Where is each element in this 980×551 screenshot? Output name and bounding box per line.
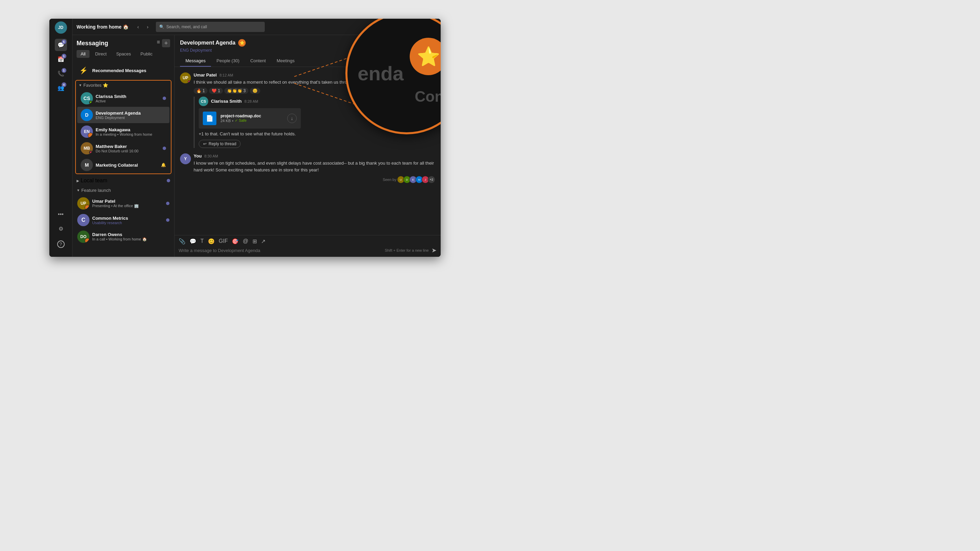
seen-by: Seen by U D E M J +2 — [180, 176, 435, 183]
secondary-status — [85, 205, 89, 210]
star-button[interactable]: ⭐ — [238, 39, 246, 47]
contact-status: In a call • Working from home 🏠 — [92, 237, 169, 241]
chat-bubble-icon[interactable]: 💬 — [189, 238, 196, 245]
file-info: project-roadmap.doc 24 KB • ✓ Safe — [221, 114, 283, 123]
nav-next-button[interactable]: › — [143, 23, 152, 31]
seen-avatars: U D E M J +2 — [398, 176, 435, 183]
unread-indicator — [163, 97, 166, 100]
reaction-heart[interactable]: ❤️ 1 — [209, 88, 223, 94]
messaging-title: Messaging — [76, 40, 108, 47]
file-icon: 📄 — [203, 111, 216, 125]
left-rail: JD 💬 5 📅 1 📞 1 👥 4 ••• ⚙ ? — [49, 19, 73, 257]
filter-icon[interactable]: ≡ — [157, 39, 160, 47]
list-item[interactable]: MB Matthew Baker Do Not Disturb until 16… — [77, 140, 169, 156]
sidebar-item-calls[interactable]: 📞 1 — [55, 67, 67, 79]
tab-content[interactable]: Content — [245, 56, 271, 67]
reaction-clap[interactable]: 👏👏👏 3 — [224, 88, 248, 94]
list-item[interactable]: UP Umar Patel Presenting • At the office… — [74, 195, 173, 211]
unread-indicator — [163, 147, 166, 150]
reply-icon: ↩ — [203, 141, 207, 146]
star-icon: ⭐ — [103, 83, 108, 88]
messaging-header-actions: ≡ + — [157, 39, 170, 47]
contact-name: Darren Owens — [92, 232, 169, 237]
attach-icon[interactable]: 📎 — [179, 238, 185, 245]
download-button[interactable]: ↓ — [287, 114, 297, 123]
contact-name: Matthew Baker — [95, 144, 161, 149]
reply-thread-label: Reply to thread — [208, 141, 236, 146]
chevron-down-icon: ▼ — [76, 189, 80, 192]
secondary-status — [88, 133, 93, 138]
recommended-label: Recommended Messages — [92, 68, 146, 73]
chat-title: Development Agenda — [180, 40, 235, 46]
zoom-content: enda Cont ⭐ — [347, 19, 441, 132]
chat-toolbar: 📎 💬 T 😊 GIF 🎯 @ ⊞ ↗ — [179, 238, 437, 245]
tab-people[interactable]: People (30) — [211, 56, 245, 67]
format-icon[interactable]: T — [200, 238, 204, 245]
tab-direct[interactable]: Direct — [91, 50, 111, 58]
sidebar-item-people[interactable]: 👥 4 — [55, 82, 67, 94]
nav-prev-button[interactable]: ‹ — [134, 23, 142, 31]
zoom-overlay: enda Cont ⭐ — [345, 19, 441, 134]
list-item[interactable]: D Development Agenda ENG Deployment — [77, 107, 169, 123]
list-item[interactable]: M Marketing Collateral 🔔 — [77, 157, 169, 173]
contact-name: Marketing Collateral — [95, 163, 159, 168]
gif-icon[interactable]: GIF — [219, 238, 228, 245]
calls-badge: 1 — [62, 68, 66, 73]
recommended-messages-item[interactable]: ⚡ Recommended Messages — [74, 62, 173, 79]
contact-status: Do Not Disturb until 16:00 — [95, 149, 161, 153]
sidebar-item-more[interactable]: ••• — [55, 208, 67, 221]
mute-icon: 🔔 — [161, 163, 166, 167]
zoom-text: enda — [358, 62, 404, 85]
list-item[interactable]: DO Darren Owens In a call • Working from… — [74, 229, 173, 245]
search-icon: 🔍 — [159, 24, 164, 29]
reaction-smile[interactable]: 😊 — [250, 88, 260, 94]
status-dot-busy — [89, 151, 92, 154]
tab-messages[interactable]: Messages — [180, 56, 211, 67]
reply-to-thread-button[interactable]: ↩ Reply to thread — [199, 140, 240, 148]
local-team-section[interactable]: ▶ Local team — [73, 176, 174, 186]
feature-launch-label: Feature launch — [81, 188, 111, 193]
avatar: Y — [180, 153, 191, 164]
contact-name: Clarissa Smith — [95, 94, 161, 99]
emoji-icon[interactable]: 😊 — [208, 238, 215, 245]
mention-icon[interactable]: @ — [243, 238, 248, 245]
message-time: 8:12 AM — [220, 73, 233, 77]
list-item[interactable]: CS Clarissa Smith Active — [77, 90, 169, 106]
send-button[interactable]: ➤ — [431, 246, 437, 254]
new-message-button[interactable]: + — [162, 39, 170, 47]
local-team-label: Local team — [81, 178, 107, 184]
message-input[interactable] — [179, 248, 385, 253]
sticker-icon[interactable]: 🎯 — [232, 238, 239, 245]
send-shortcut: Shift + Enter for a new line — [385, 248, 429, 252]
help-icon[interactable]: ? — [55, 238, 67, 250]
favorites-header[interactable]: ▼ Favorites ⭐ — [76, 81, 171, 90]
share-icon[interactable]: ↗ — [261, 238, 266, 245]
search-bar[interactable]: 🔍 Search, meet, and call — [156, 22, 265, 32]
list-item[interactable]: C Common Metrics Usability research — [74, 212, 173, 228]
tab-spaces[interactable]: Spaces — [112, 50, 135, 58]
tab-all[interactable]: All — [76, 50, 89, 58]
reply-sender: Clarissa Smith — [211, 98, 242, 104]
file-name: project-roadmap.doc — [221, 114, 283, 118]
reaction-fire[interactable]: 🔥 1 — [194, 88, 208, 94]
more-icon[interactable]: ⊞ — [253, 238, 257, 245]
tab-meetings[interactable]: Meetings — [271, 56, 300, 67]
list-item[interactable]: EN Emily Nakagawa In a meeting • Working… — [77, 124, 169, 140]
sidebar-item-chat[interactable]: 💬 5 — [55, 39, 67, 51]
user-avatar[interactable]: JD — [55, 21, 67, 34]
feature-launch-section[interactable]: ▼ Feature launch — [73, 186, 174, 195]
chat-input-row: Shift + Enter for a new line ➤ — [179, 246, 437, 254]
seen-more-button[interactable]: +2 — [428, 176, 435, 183]
search-placeholder: Search, meet, and call — [166, 24, 207, 29]
message-time: 8:30 AM — [205, 154, 218, 158]
zoom-star-button[interactable]: ⭐ — [410, 38, 441, 75]
status-indicator — [188, 80, 191, 83]
chat-badge: 5 — [62, 40, 66, 44]
sidebar-item-calendar[interactable]: 📅 1 — [55, 53, 67, 65]
settings-icon[interactable]: ⚙ — [55, 222, 67, 235]
contact-status: In a meeting • Working from home — [95, 132, 166, 137]
safe-badge: ✓ Safe — [235, 118, 247, 123]
tab-public[interactable]: Public — [137, 50, 156, 58]
contact-name: Common Metrics — [92, 216, 165, 221]
seen-by-label: Seen by — [383, 178, 396, 182]
